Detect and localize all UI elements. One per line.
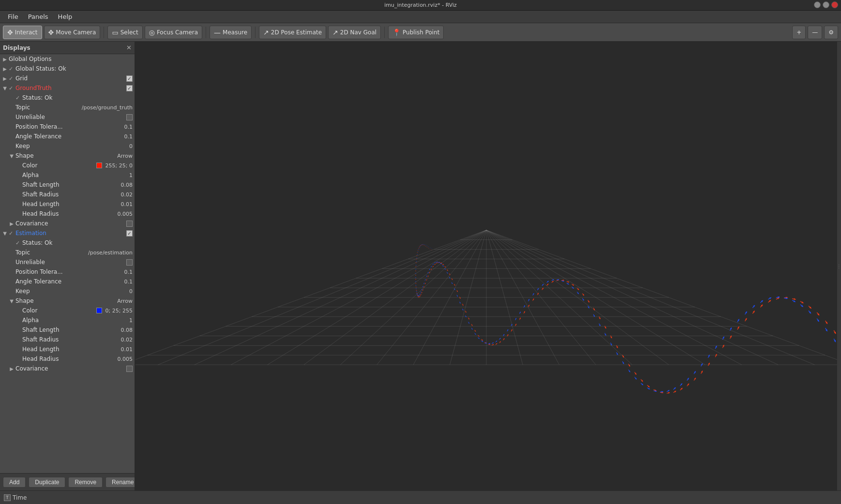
tree-item-17[interactable]: ▶Covariance xyxy=(0,219,135,228)
right-resize-handle[interactable]: ⋮ xyxy=(837,42,841,490)
tree-item-3[interactable]: ▼✓GroundTruth✓ xyxy=(0,83,135,93)
expand-icon-25[interactable]: ▼ xyxy=(9,298,15,304)
tree-label-20: Topic xyxy=(15,249,86,256)
zoom-minus-button[interactable]: — xyxy=(808,26,822,39)
settings-icon: ⚙ xyxy=(828,29,834,36)
focus-camera-icon: ◎ xyxy=(149,29,155,36)
tree-item-25[interactable]: ▼ShapeArrow xyxy=(0,296,135,306)
tree-value-27: 1 xyxy=(129,317,133,324)
maximize-button[interactable] xyxy=(823,1,829,8)
2d-nav-button[interactable]: ↗ 2D Nav Goal xyxy=(328,26,381,39)
tree-item-24[interactable]: Keep0 xyxy=(0,286,135,296)
tree-item-4[interactable]: ✓Status: Ok xyxy=(0,93,135,103)
expand-icon-2[interactable]: ▶ xyxy=(2,75,8,81)
remove-button[interactable]: Remove xyxy=(68,477,103,488)
check-icon-3: ✓ xyxy=(9,85,15,91)
checkbox-21[interactable] xyxy=(126,259,133,266)
tree-item-31[interactable]: Head Radius0.005 xyxy=(0,354,135,364)
expand-icon-11 xyxy=(15,163,21,168)
tree-item-0[interactable]: ▶Global Options xyxy=(0,54,135,64)
color-swatch-26[interactable] xyxy=(96,308,102,313)
tree-value-25: Arrow xyxy=(117,298,133,304)
tree-item-28[interactable]: Shaft Length0.08 xyxy=(0,325,135,335)
tree-value-28: 0.08 xyxy=(121,327,133,333)
tree-value-20: /pose/estimation xyxy=(88,250,133,256)
tree-item-22[interactable]: Position Tolera...0.1 xyxy=(0,267,135,277)
tree-item-11[interactable]: Color255; 25; 0 xyxy=(0,161,135,170)
checkbox-2[interactable]: ✓ xyxy=(126,75,133,82)
measure-label: Measure xyxy=(223,29,247,36)
tree-item-16[interactable]: Head Radius0.005 xyxy=(0,209,135,219)
rename-button[interactable]: Rename xyxy=(105,477,135,488)
close-button[interactable] xyxy=(831,1,838,8)
2d-nav-icon: ↗ xyxy=(332,29,338,36)
measure-icon: — xyxy=(214,29,221,36)
tree-value-7: 0.1 xyxy=(124,124,133,130)
tree-item-15[interactable]: Head Length0.01 xyxy=(0,199,135,209)
tree-value-16: 0.005 xyxy=(118,211,133,217)
tree-label-24: Keep xyxy=(15,288,127,295)
expand-icon-15 xyxy=(15,201,21,207)
tree-value-15: 0.01 xyxy=(121,201,133,208)
checkbox-3[interactable]: ✓ xyxy=(126,85,133,91)
tree-item-9[interactable]: Keep0 xyxy=(0,141,135,151)
expand-icon-10[interactable]: ▼ xyxy=(9,153,15,159)
menu-help[interactable]: Help xyxy=(53,12,77,21)
tree-item-1[interactable]: ▶✓Global Status: Ok xyxy=(0,64,135,74)
tree-item-29[interactable]: Shaft Radius0.02 xyxy=(0,335,135,344)
2d-pose-icon: ↗ xyxy=(263,29,269,36)
expand-icon-32[interactable]: ▶ xyxy=(9,366,15,371)
tree-item-27[interactable]: Alpha1 xyxy=(0,315,135,325)
measure-button[interactable]: — Measure xyxy=(210,26,252,39)
expand-icon-21 xyxy=(9,259,15,265)
tree-item-19[interactable]: ✓Status: Ok xyxy=(0,238,135,248)
tree-item-30[interactable]: Head Length0.01 xyxy=(0,344,135,354)
expand-icon-29 xyxy=(15,337,21,342)
publish-point-button[interactable]: 📍 Publish Point xyxy=(388,26,444,39)
color-swatch-11[interactable] xyxy=(96,163,102,168)
tree-item-10[interactable]: ▼ShapeArrow xyxy=(0,151,135,161)
select-label: Select xyxy=(120,29,138,36)
checkbox-32[interactable] xyxy=(126,366,133,372)
tree-item-32[interactable]: ▶Covariance xyxy=(0,364,135,373)
checkbox-6[interactable] xyxy=(126,114,133,120)
expand-icon-17[interactable]: ▶ xyxy=(9,221,15,226)
menu-file[interactable]: File xyxy=(3,12,23,21)
expand-icon-3[interactable]: ▼ xyxy=(2,85,8,91)
select-button[interactable]: ▭ Select xyxy=(107,26,142,39)
tree-item-23[interactable]: Angle Tolerance0.1 xyxy=(0,277,135,286)
tree-item-26[interactable]: Color0; 25; 255 xyxy=(0,306,135,315)
tree-item-2[interactable]: ▶✓Grid✓ xyxy=(0,74,135,83)
displays-close-button[interactable]: ✕ xyxy=(126,44,132,51)
tree-item-13[interactable]: Shaft Length0.08 xyxy=(0,180,135,190)
tree-item-6[interactable]: Unreliable xyxy=(0,112,135,122)
zoom-plus-button[interactable]: + xyxy=(792,26,806,39)
tree-item-7[interactable]: Position Tolera...0.1 xyxy=(0,122,135,132)
expand-icon-18[interactable]: ▼ xyxy=(2,230,8,236)
focus-camera-button[interactable]: ◎ Focus Camera xyxy=(145,26,202,39)
interact-button[interactable]: ✥ Interact xyxy=(3,26,42,39)
expand-icon-0[interactable]: ▶ xyxy=(2,56,8,62)
tree-label-25: Shape xyxy=(15,297,115,304)
tree-label-30: Head Length xyxy=(22,346,119,353)
minimize-button[interactable] xyxy=(814,1,821,8)
tree-item-12[interactable]: Alpha1 xyxy=(0,170,135,180)
move-camera-button[interactable]: ✥ Move Camera xyxy=(44,26,101,39)
expand-icon-1[interactable]: ▶ xyxy=(2,66,8,72)
tree-label-19: Status: Ok xyxy=(22,239,133,246)
tree-item-5[interactable]: Topic/pose/ground_truth xyxy=(0,103,135,112)
add-button[interactable]: Add xyxy=(3,477,26,488)
tree-item-18[interactable]: ▼✓Estimation✓ xyxy=(0,228,135,238)
tree-item-20[interactable]: Topic/pose/estimation xyxy=(0,248,135,257)
tree-item-21[interactable]: Unreliable xyxy=(0,257,135,267)
interact-icon: ✥ xyxy=(7,29,13,36)
duplicate-button[interactable]: Duplicate xyxy=(29,477,65,488)
tree-item-14[interactable]: Shaft Radius0.02 xyxy=(0,190,135,199)
3d-viewport[interactable] xyxy=(135,42,837,490)
2d-pose-button[interactable]: ↗ 2D Pose Estimate xyxy=(259,26,326,39)
tree-item-8[interactable]: Angle Tolerance0.1 xyxy=(0,132,135,141)
checkbox-18[interactable]: ✓ xyxy=(126,230,133,237)
menu-panels[interactable]: Panels xyxy=(23,12,53,21)
checkbox-17[interactable] xyxy=(126,221,133,227)
settings-button[interactable]: ⚙ xyxy=(824,26,838,39)
